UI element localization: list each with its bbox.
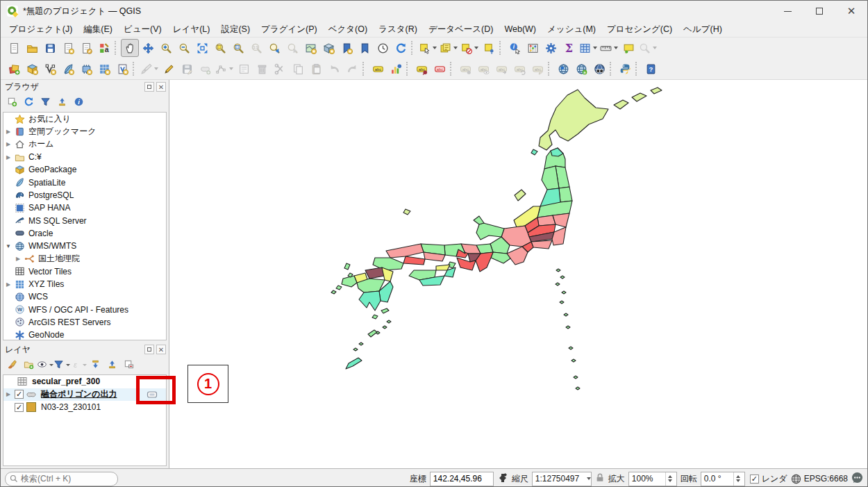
menu-9[interactable]: Web(W): [499, 22, 542, 36]
open-project-button[interactable]: [23, 39, 41, 57]
menu-5[interactable]: プラグイン(P): [256, 22, 323, 38]
map-tips-button[interactable]: [619, 39, 637, 57]
browser-item-geopackage[interactable]: GeoPackage: [3, 163, 166, 176]
menu-0[interactable]: プロジェクト(J): [3, 22, 78, 38]
layers-close-button[interactable]: ✕: [156, 345, 166, 354]
temporal-controller-button[interactable]: [374, 39, 392, 57]
browser-properties-button[interactable]: i: [70, 95, 87, 110]
add-selected-layers-button[interactable]: [3, 95, 20, 110]
memory-layer-indicator-icon[interactable]: [145, 390, 159, 399]
menu-3[interactable]: レイヤ(L): [167, 22, 216, 38]
browser-item-oracle[interactable]: Oracle: [3, 227, 166, 240]
menu-4[interactable]: 設定(S): [215, 22, 256, 38]
menu-10[interactable]: メッシュ(M): [542, 22, 601, 38]
messages-button[interactable]: [851, 472, 863, 486]
lock-scale-icon[interactable]: [595, 472, 605, 485]
layer-diagram-button[interactable]: [387, 60, 405, 78]
current-edits-dropdown-icon[interactable]: [154, 67, 158, 70]
coordinate-input[interactable]: [430, 472, 494, 486]
show-spatial-bookmarks-button[interactable]: [356, 39, 374, 57]
search-input[interactable]: [21, 474, 104, 484]
scale-combo[interactable]: 1:12750497: [532, 472, 592, 486]
menu-1[interactable]: 編集(E): [78, 22, 118, 38]
maximize-button[interactable]: [803, 1, 835, 22]
new-map-view-button[interactable]: [301, 39, 319, 57]
chevron-down-icon[interactable]: ▼: [3, 243, 13, 249]
chevron-right-icon[interactable]: ▶: [3, 129, 13, 135]
deselect-features-dropdown-icon[interactable]: [474, 47, 478, 49]
chevron-right-icon[interactable]: ▶: [3, 154, 13, 160]
select-by-location-button[interactable]: [480, 39, 498, 57]
browser-item-ms-sql-server[interactable]: MS SQL Server: [3, 214, 166, 226]
render-checkbox[interactable]: ✓ レンダ: [749, 473, 787, 485]
pin-labels-button[interactable]: abc: [412, 60, 431, 78]
refresh-map-button[interactable]: [392, 39, 410, 57]
zoom-last-button[interactable]: [265, 39, 283, 57]
menu-12[interactable]: ヘルプ(H): [678, 22, 728, 38]
browser-item-spatialite[interactable]: SpatiaLite: [3, 176, 166, 188]
collapse-all-layers-button[interactable]: [103, 358, 120, 373]
browser-item--[interactable]: ▶国土地理院: [3, 252, 166, 265]
menu-7[interactable]: ラスタ(R): [373, 22, 423, 38]
open-attribute-table-button[interactable]: [578, 39, 599, 57]
new-print-layout-button[interactable]: [59, 39, 77, 57]
nominatim-search-dropdown-icon[interactable]: [653, 47, 657, 49]
browser-item-xyz-tiles[interactable]: ▶XYZ Tiles: [3, 278, 166, 290]
browser-item--[interactable]: ▶ホーム: [3, 138, 166, 151]
manage-visibility-button[interactable]: [37, 358, 53, 373]
menu-11[interactable]: プロセシング(C): [601, 22, 678, 38]
browser-item-arcgis-rest-servers[interactable]: ArcGIS REST Servers: [3, 316, 166, 329]
new-geopackage-layer-button[interactable]: [23, 60, 41, 78]
browser-item-c-[interactable]: ▶C:¥: [3, 151, 166, 163]
browser-item-wcs[interactable]: WCS: [3, 290, 166, 303]
expand-all-button[interactable]: [87, 358, 103, 373]
chevron-right-icon[interactable]: ▶: [3, 391, 13, 397]
select-features-by-value-button[interactable]: [438, 39, 459, 57]
filter-browser-button[interactable]: [37, 95, 53, 110]
browser-item--[interactable]: ▶空間ブックマーク: [3, 125, 166, 138]
vertex-tool-dropdown-icon[interactable]: [229, 67, 233, 70]
new-shapefile-layer-button[interactable]: [41, 60, 59, 78]
layer-visibility-checkbox[interactable]: ✓: [15, 390, 24, 399]
select-features-by-value-dropdown-icon[interactable]: [453, 47, 458, 49]
chevron-right-icon[interactable]: ▶: [3, 281, 13, 288]
browser-item--[interactable]: お気に入り: [3, 113, 166, 125]
deselect-features-button[interactable]: [459, 39, 480, 57]
zoom-full-button[interactable]: [193, 39, 211, 57]
python-console-button[interactable]: [616, 60, 634, 78]
highlight-pinned-labels-button[interactable]: abc: [431, 60, 449, 78]
rotation-spinbox[interactable]: 0.0 °: [701, 472, 745, 486]
statistical-summary-button[interactable]: [524, 39, 542, 57]
new-mesh-layer-button[interactable]: [77, 60, 95, 78]
open-layer-styling-button[interactable]: [3, 358, 20, 373]
open-attribute-table-dropdown-icon[interactable]: [593, 47, 597, 49]
layer-row-0[interactable]: secular_pref_300: [3, 375, 166, 388]
browser-item-wms-wmts[interactable]: ▼WMS/WMTS: [3, 240, 166, 252]
magnifier-spin-buttons[interactable]: [665, 472, 675, 486]
select-features-button[interactable]: [417, 39, 438, 57]
show-layout-manager-button[interactable]: [77, 39, 95, 57]
measure-line-dropdown-icon[interactable]: [614, 47, 618, 49]
style-manager-button[interactable]: a: [95, 39, 113, 57]
new-spatialite-layer-button[interactable]: [59, 60, 77, 78]
processing-toolbox-button[interactable]: [542, 39, 560, 57]
browser-float-button[interactable]: [144, 82, 154, 92]
browser-item-vector-tiles[interactable]: Vector Tiles: [3, 265, 166, 278]
collapse-all-button[interactable]: [53, 95, 70, 110]
zoom-in-button[interactable]: [157, 39, 175, 57]
layer-row-2[interactable]: ✓N03-23_230101: [3, 401, 166, 414]
browser-item-postgresql[interactable]: PostgreSQL: [3, 189, 166, 201]
browser-close-button[interactable]: ✕: [156, 82, 166, 92]
remove-layer-button[interactable]: [120, 358, 137, 373]
browser-item-geonode[interactable]: GeoNode: [3, 329, 166, 340]
map-canvas[interactable]: [169, 80, 867, 468]
chevron-right-icon[interactable]: ▶: [3, 141, 13, 147]
select-features-dropdown-icon[interactable]: [433, 47, 437, 49]
zoom-to-selection-button[interactable]: [211, 39, 229, 57]
identify-features-button[interactable]: i: [506, 39, 524, 57]
layer-visibility-checkbox[interactable]: ✓: [15, 403, 24, 412]
new-spatial-bookmark-button[interactable]: [337, 39, 356, 57]
show-statistics-button[interactable]: Σ: [560, 39, 578, 57]
filter-legend-button[interactable]: [53, 358, 70, 373]
locator-search[interactable]: [5, 472, 118, 486]
